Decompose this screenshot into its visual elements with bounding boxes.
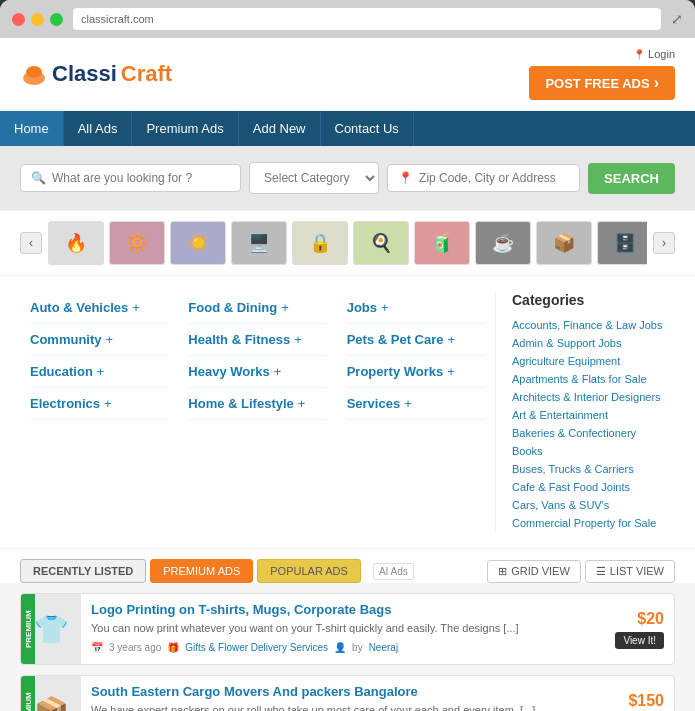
site-header: ClassiCraft Login POST FREE ADS: [0, 38, 695, 111]
list-view-label: LIST VIEW: [610, 565, 664, 577]
traffic-lights: [12, 13, 63, 26]
maximize-button[interactable]: [50, 13, 63, 26]
thumbnail-strip: ‹ 🔥 🔆 ☀️ 🖥️ 🔒 🍳 🧃 ☕ 📦 🗄️ ›: [0, 210, 695, 276]
listing-author-0[interactable]: Neeraj: [369, 642, 398, 653]
right-cat-9[interactable]: Cafe & Fast Food Joints: [512, 478, 675, 496]
listing-badge-wrap-1: 📦 PREMIUM: [21, 676, 81, 711]
grid-icon: ⊞: [498, 565, 507, 578]
view-it-btn-0[interactable]: View It!: [615, 632, 664, 649]
tab-premium-ads[interactable]: PREMIUM ADS: [150, 559, 253, 583]
thumb-4[interactable]: 🖥️: [231, 221, 287, 265]
right-cat-11[interactable]: Commercial Property for Sale: [512, 514, 675, 532]
thumb-3[interactable]: ☀️: [170, 221, 226, 265]
listing-author-label: by: [352, 642, 363, 653]
right-cat-1[interactable]: Admin & Support Jobs: [512, 334, 675, 352]
cat-electronics[interactable]: Electronics +: [30, 388, 168, 420]
search-icon: 🔍: [31, 171, 46, 185]
cat-home-lifestyle[interactable]: Home & Lifestyle +: [188, 388, 326, 420]
listing-meta-0: 📅 3 years ago 🎁 Gifts & Flower Delivery …: [91, 642, 595, 653]
thumb-next-button[interactable]: ›: [653, 232, 675, 254]
tab-recently-listed[interactable]: RECENTLY LISTED: [20, 559, 146, 583]
listing-card-1: 📦 PREMIUM South Eastern Cargo Movers And…: [20, 675, 675, 711]
right-cat-7[interactable]: Books: [512, 442, 675, 460]
listing-category-0[interactable]: Gifts & Flower Delivery Services: [185, 642, 328, 653]
expand-icon[interactable]: ⤢: [671, 11, 683, 27]
address-bar[interactable]: classicraft.com: [73, 8, 661, 30]
cat-education[interactable]: Education +: [30, 356, 168, 388]
listing-price-wrap-1: $150 View It!: [605, 676, 674, 711]
listing-price-0: $20: [637, 610, 664, 628]
logo-craft: Craft: [121, 61, 172, 87]
right-cat-10[interactable]: Cars, Vans & SUV's: [512, 496, 675, 514]
thumb-5[interactable]: 🔒: [292, 221, 348, 265]
thumb-prev-button[interactable]: ‹: [20, 232, 42, 254]
right-cat-4[interactable]: Architects & Interior Designers: [512, 388, 675, 406]
nav-all-ads[interactable]: All Ads: [64, 111, 133, 146]
listing-title-0[interactable]: Logo Printing on T-shirts, Mugs, Corpora…: [91, 602, 595, 617]
logo-icon: [20, 60, 48, 88]
ai-ads-label: AI Ads: [373, 563, 414, 580]
cat-pets[interactable]: Pets & Pet Care +: [347, 324, 485, 356]
thumb-6[interactable]: 🍳: [353, 221, 409, 265]
nav-home[interactable]: Home: [0, 111, 64, 146]
premium-badge-1: PREMIUM: [21, 676, 35, 711]
category-section: Auto & Vehicles + Community + Education …: [0, 276, 695, 548]
listing-price-1: $150: [628, 692, 664, 710]
thumb-10[interactable]: 🗄️: [597, 221, 647, 265]
thumb-8[interactable]: ☕: [475, 221, 531, 265]
cat-jobs[interactable]: Jobs +: [347, 292, 485, 324]
calendar-icon: 📅: [91, 642, 103, 653]
login-link[interactable]: Login: [633, 48, 675, 60]
browser-chrome: classicraft.com ⤢: [0, 0, 695, 38]
right-cat-3[interactable]: Apartments & Flats for Sale: [512, 370, 675, 388]
right-cat-2[interactable]: Agriculture Equipment: [512, 352, 675, 370]
minimize-button[interactable]: [31, 13, 44, 26]
cat-services[interactable]: Services +: [347, 388, 485, 420]
thumb-7[interactable]: 🧃: [414, 221, 470, 265]
close-button[interactable]: [12, 13, 25, 26]
listing-desc-1: We have expert packers on our roll who t…: [91, 703, 595, 711]
cat-health-fitness[interactable]: Health & Fitness +: [188, 324, 326, 356]
thumb-9[interactable]: 📦: [536, 221, 592, 265]
location-input[interactable]: [419, 171, 569, 185]
listings-section: 👕 PREMIUM Logo Printing on T-shirts, Mug…: [0, 583, 695, 711]
logo[interactable]: ClassiCraft: [20, 60, 172, 88]
premium-badge-0: PREMIUM: [21, 594, 35, 664]
right-cat-0[interactable]: Accounts, Finance & Law Jobs: [512, 316, 675, 334]
category-columns: Auto & Vehicles + Community + Education …: [20, 292, 495, 532]
listing-tabs: RECENTLY LISTED PREMIUM ADS POPULAR ADS …: [0, 548, 695, 583]
view-buttons: ⊞ GRID VIEW ☰ LIST VIEW: [487, 560, 675, 583]
thumbnail-images: 🔥 🔆 ☀️ 🖥️ 🔒 🍳 🧃 ☕ 📦 🗄️: [48, 221, 647, 265]
location-input-wrap: 📍: [387, 164, 580, 192]
post-free-ads-button[interactable]: POST FREE ADS: [529, 66, 675, 100]
listing-card-0: 👕 PREMIUM Logo Printing on T-shirts, Mug…: [20, 593, 675, 665]
nav-add-new[interactable]: Add New: [239, 111, 321, 146]
nav-contact-us[interactable]: Contact Us: [321, 111, 414, 146]
right-cat-8[interactable]: Buses, Trucks & Carriers: [512, 460, 675, 478]
cat-heavy-works[interactable]: Heavy Works +: [188, 356, 326, 388]
cat-col-3: Jobs + Pets & Pet Care + Property Works …: [337, 292, 495, 532]
gifts-icon: 🎁: [167, 642, 179, 653]
svg-point-1: [26, 66, 42, 78]
category-select[interactable]: Select Category: [249, 162, 379, 194]
tab-popular-ads[interactable]: POPULAR ADS: [257, 559, 361, 583]
search-button[interactable]: SEARCH: [588, 163, 675, 194]
cat-community[interactable]: Community +: [30, 324, 168, 356]
list-view-button[interactable]: ☰ LIST VIEW: [585, 560, 675, 583]
thumb-2[interactable]: 🔆: [109, 221, 165, 265]
cat-food-dining[interactable]: Food & Dining +: [188, 292, 326, 324]
thumb-1[interactable]: 🔥: [48, 221, 104, 265]
location-icon: 📍: [398, 171, 413, 185]
cat-auto-vehicles[interactable]: Auto & Vehicles +: [30, 292, 168, 324]
search-input[interactable]: [52, 171, 230, 185]
right-categories: Categories Accounts, Finance & Law Jobs …: [495, 292, 675, 532]
right-cat-5[interactable]: Art & Entertainment: [512, 406, 675, 424]
search-input-wrap: 🔍: [20, 164, 241, 192]
right-cat-6[interactable]: Bakeries & Confectionery: [512, 424, 675, 442]
grid-view-label: GRID VIEW: [511, 565, 570, 577]
grid-view-button[interactable]: ⊞ GRID VIEW: [487, 560, 581, 583]
right-cats-title: Categories: [512, 292, 675, 308]
listing-title-1[interactable]: South Eastern Cargo Movers And packers B…: [91, 684, 595, 699]
nav-premium-ads[interactable]: Premium Ads: [132, 111, 238, 146]
cat-property-works[interactable]: Property Works +: [347, 356, 485, 388]
